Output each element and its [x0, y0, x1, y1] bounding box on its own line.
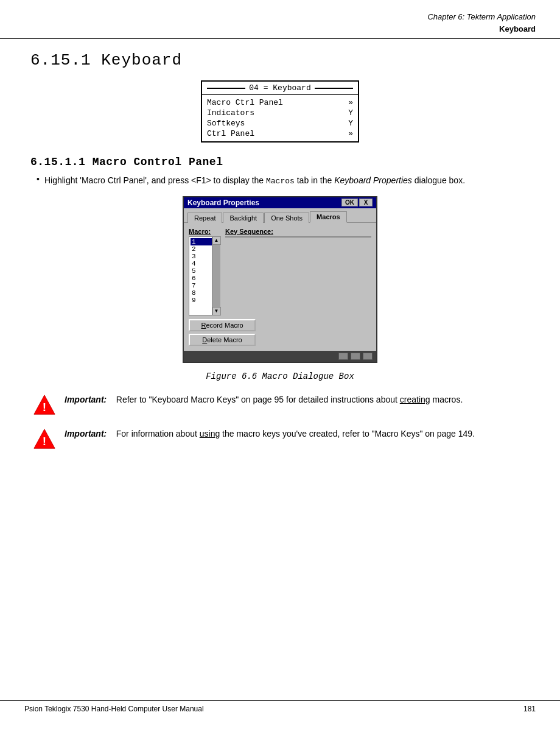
- record-macro-button[interactable]: Record Macro: [189, 319, 256, 331]
- important-text-2: Important: For information about using t…: [65, 428, 475, 440]
- keyboard-menu-row: Ctrl Panel»: [207, 129, 353, 139]
- important-text-1b: macros.: [430, 395, 463, 404]
- dialog-tabs: Repeat Backlight One Shots Macros: [184, 208, 376, 222]
- bullet-italic: Keyboard Properties: [334, 175, 412, 185]
- bullet-mono: Macros: [266, 177, 295, 186]
- menu-item-value: Y: [341, 119, 353, 128]
- subsection-title: 6.15.1.1 Macro Control Panel: [30, 156, 530, 168]
- figure-caption: Figure 6.6 Macro Dialogue Box: [30, 372, 530, 381]
- chapter-line: Chapter 6: Tekterm Application: [24, 11, 536, 23]
- key-sequence-label: Key Sequence:: [225, 228, 371, 235]
- bullet-text-3: dialogue box.: [412, 175, 465, 185]
- footer-page: 181: [523, 705, 536, 713]
- delete-rest: elete Macro: [207, 336, 242, 343]
- scroll-down-arrow[interactable]: ▼: [212, 307, 221, 315]
- title-line-left: [207, 88, 245, 89]
- dialog-fields-row: Macro: 123456789 ▲ ▼: [189, 228, 371, 315]
- dialog-ok-button[interactable]: OK: [341, 199, 358, 206]
- dialog-titlebar-buttons: OK X: [341, 199, 373, 206]
- menu-item-name: Softkeys: [207, 119, 341, 128]
- keyboard-menu-title: 04 = Keyboard: [202, 82, 358, 95]
- section-line: Keyboard: [24, 23, 536, 35]
- dialog-buttons: Record Macro Delete Macro: [189, 319, 371, 346]
- menu-item-value: »: [341, 98, 353, 107]
- macro-column: Macro: 123456789 ▲ ▼: [189, 228, 220, 315]
- important-text-1a: Refer to "Keyboard Macro Keys" on page 9…: [116, 395, 400, 404]
- menu-item-value: Y: [341, 108, 353, 118]
- record-rest: ecord Macro: [206, 322, 243, 329]
- keyboard-menu-wrapper: 04 = Keyboard Macro Ctrl Panel»Indicator…: [30, 80, 530, 143]
- macro-list-outer: 123456789 ▲ ▼: [189, 236, 220, 315]
- keyboard-menu-row: SoftkeysY: [207, 118, 353, 129]
- status-icon-3: [363, 353, 373, 360]
- dialog-wrapper: Keyboard Properties OK X Repeat Backligh…: [30, 196, 530, 363]
- svg-text:!: !: [43, 401, 46, 414]
- important-text-2a: For information about: [116, 429, 200, 438]
- dialog-box: Keyboard Properties OK X Repeat Backligh…: [183, 196, 377, 363]
- tab-one-shots[interactable]: One Shots: [264, 213, 309, 223]
- bullet-text-1: Highlight 'Macro Ctrl Panel', and press …: [44, 175, 266, 185]
- bullet-text: Highlight 'Macro Ctrl Panel', and press …: [44, 174, 465, 188]
- bullet-para: • Highlight 'Macro Ctrl Panel', and pres…: [30, 174, 530, 188]
- important-label-1: Important:: [65, 395, 116, 404]
- menu-item-name: Ctrl Panel: [207, 129, 341, 138]
- important-label-2: Important:: [65, 429, 116, 438]
- warning-icon-2: !: [33, 428, 56, 451]
- status-icon-1: [338, 353, 348, 360]
- menu-item-value: »: [341, 129, 353, 138]
- important-text-2b: the macro keys you've created, refer to …: [220, 429, 475, 438]
- keyboard-menu-body: Macro Ctrl Panel»IndicatorsYSoftkeysYCtr…: [202, 95, 358, 141]
- macro-scrollbar: ▲ ▼: [212, 236, 220, 315]
- important-text-1: Important: Refer to "Keyboard Macro Keys…: [65, 393, 463, 406]
- tab-macros[interactable]: Macros: [310, 211, 347, 223]
- page-footer: Psion Teklogix 7530 Hand-Held Computer U…: [0, 700, 560, 717]
- macro-label: Macro:: [189, 228, 220, 235]
- keyboard-menu-title-text: 04 = Keyboard: [249, 83, 310, 93]
- scroll-up-arrow[interactable]: ▲: [212, 236, 221, 245]
- important-underline-2: using: [200, 429, 220, 438]
- warning-icon-1: !: [33, 393, 56, 417]
- status-icon-2: [351, 353, 360, 360]
- important-note-2: ! Important: For information about using…: [30, 428, 530, 451]
- dialog-close-button[interactable]: X: [359, 199, 373, 206]
- bullet-text-2: tab in the: [295, 175, 334, 185]
- keyboard-menu-row: IndicatorsY: [207, 108, 353, 118]
- section-title: 6.15.1 Keyboard: [30, 51, 530, 69]
- dialog-body: Macro: 123456789 ▲ ▼: [184, 222, 376, 351]
- tab-backlight[interactable]: Backlight: [223, 213, 264, 223]
- key-sequence-column: Key Sequence:: [225, 228, 371, 238]
- main-content: 6.15.1 Keyboard 04 = Keyboard Macro Ctrl…: [0, 51, 560, 480]
- page-header: Chapter 6: Tekterm Application Keyboard: [0, 0, 560, 39]
- scroll-track: [212, 245, 220, 307]
- keyboard-menu-row: Macro Ctrl Panel»: [207, 97, 353, 108]
- dialog-title: Keyboard Properties: [187, 199, 259, 207]
- footer-manual: Psion Teklogix 7530 Hand-Held Computer U…: [24, 705, 204, 713]
- important-underline-1: creating: [400, 395, 430, 404]
- title-line-right: [315, 88, 353, 89]
- bullet-symbol: •: [37, 174, 40, 188]
- dialog-statusbar: [184, 351, 376, 362]
- menu-item-name: Indicators: [207, 108, 341, 118]
- menu-item-name: Macro Ctrl Panel: [207, 98, 341, 107]
- keyboard-menu: 04 = Keyboard Macro Ctrl Panel»Indicator…: [201, 80, 359, 143]
- key-sequence-box[interactable]: [225, 236, 371, 238]
- tab-repeat[interactable]: Repeat: [187, 213, 222, 223]
- delete-macro-button[interactable]: Delete Macro: [189, 334, 256, 346]
- svg-text:!: !: [43, 435, 46, 448]
- dialog-titlebar: Keyboard Properties OK X: [184, 197, 376, 208]
- important-note-1: ! Important: Refer to "Keyboard Macro Ke…: [30, 393, 530, 417]
